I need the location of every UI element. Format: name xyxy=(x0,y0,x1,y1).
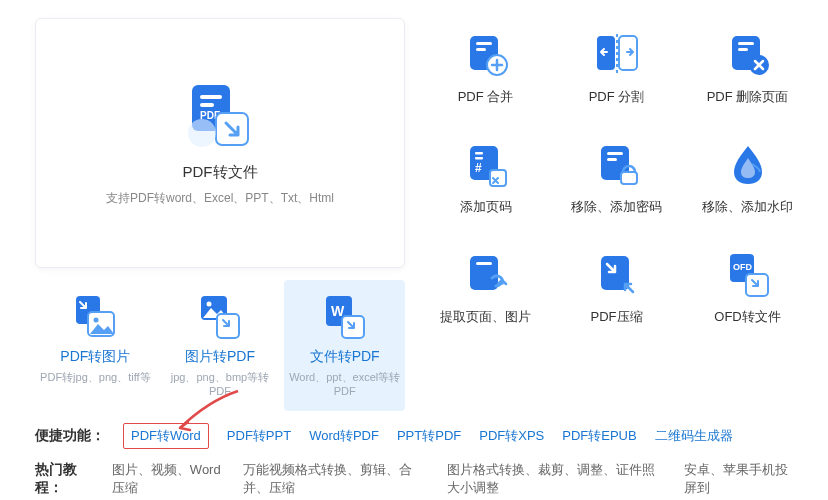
hot-link-1[interactable]: 万能视频格式转换、剪辑、合并、压缩 xyxy=(243,461,429,497)
svg-rect-31 xyxy=(607,152,623,155)
sub-title-1: 图片转PDF xyxy=(164,348,277,366)
svg-rect-34 xyxy=(470,256,498,290)
quick-link-pdf-to-epub[interactable]: PDF转EPUB xyxy=(562,427,636,445)
pdf-merge-icon xyxy=(462,30,510,78)
grid-label-6: 提取页面、图片 xyxy=(429,308,542,326)
svg-rect-16 xyxy=(476,42,492,45)
sub-title-0: PDF转图片 xyxy=(39,348,152,366)
hot-tutorials-row: 热门教程： 图片、视频、Word压缩 万能视频格式转换、剪辑、合并、压缩 图片格… xyxy=(35,461,793,497)
quick-link-ppt-to-pdf[interactable]: PPT转PDF xyxy=(397,427,461,445)
pdf-merge-card[interactable]: PDF 合并 xyxy=(425,18,546,118)
quick-link-pdf-to-xps[interactable]: PDF转XPS xyxy=(479,427,544,445)
hot-link-2[interactable]: 图片格式转换、裁剪、调整、证件照大小调整 xyxy=(447,461,666,497)
file-to-pdf-card[interactable]: W 文件转PDF Word、ppt、excel等转PDF xyxy=(284,280,405,411)
quick-link-word-to-pdf[interactable]: Word转PDF xyxy=(309,427,379,445)
svg-point-10 xyxy=(207,302,212,307)
grid-label-4: 移除、添加密码 xyxy=(560,198,673,216)
svg-point-8 xyxy=(94,318,99,323)
grid-label-3: 添加页码 xyxy=(429,198,542,216)
pdf-password-icon xyxy=(593,140,641,188)
svg-rect-23 xyxy=(738,48,748,51)
svg-text:OFD: OFD xyxy=(733,262,752,272)
pdf-split-icon xyxy=(593,30,641,78)
image-to-pdf-card[interactable]: 图片转PDF jpg、png、bmp等转PDF xyxy=(160,280,281,411)
quick-functions-row: 便捷功能： PDF转Word PDF转PPT Word转PDF PPT转PDF … xyxy=(35,423,793,449)
grid-label-2: PDF 删除页面 xyxy=(691,88,804,106)
pdf-to-image-card[interactable]: PDF转图片 PDF转jpg、png、tiff等 xyxy=(35,280,156,411)
pdf-watermark-icon xyxy=(724,140,772,188)
pdf-password-card[interactable]: 移除、添加密码 xyxy=(556,128,677,228)
svg-rect-33 xyxy=(621,172,637,184)
quick-link-qrcode[interactable]: 二维码生成器 xyxy=(655,427,733,445)
hero-title: PDF转文件 xyxy=(183,163,258,182)
pdf-extract-card[interactable]: 提取页面、图片 xyxy=(425,238,546,338)
sub-desc-0: PDF转jpg、png、tiff等 xyxy=(39,370,152,385)
sub-desc-2: Word、ppt、excel等转PDF xyxy=(288,370,401,397)
quick-link-pdf-to-ppt[interactable]: PDF转PPT xyxy=(227,427,291,445)
svg-rect-27 xyxy=(475,157,483,160)
file-to-pdf-icon: W xyxy=(322,294,368,340)
svg-text:#: # xyxy=(475,161,482,175)
pdf-to-file-card[interactable]: PDF PDF转文件 支持PDF转word、Excel、PPT、Txt、Html xyxy=(35,18,405,268)
ofd-convert-card[interactable]: OFD OFD转文件 xyxy=(687,238,808,338)
svg-rect-2 xyxy=(200,103,214,107)
grid-label-8: OFD转文件 xyxy=(691,308,804,326)
ofd-convert-icon: OFD xyxy=(724,250,772,298)
add-page-numbers-card[interactable]: # 添加页码 xyxy=(425,128,546,228)
pdf-compress-icon xyxy=(593,250,641,298)
hot-link-3[interactable]: 安卓、苹果手机投屏到 xyxy=(684,461,793,497)
grid-label-1: PDF 分割 xyxy=(560,88,673,106)
pdf-split-card[interactable]: PDF 分割 xyxy=(556,18,677,118)
image-to-pdf-icon xyxy=(197,294,243,340)
grid-label-5: 移除、添加水印 xyxy=(691,198,804,216)
svg-rect-22 xyxy=(738,42,754,45)
svg-rect-35 xyxy=(476,262,492,265)
hero-subtitle: 支持PDF转word、Excel、PPT、Txt、Html xyxy=(106,190,334,207)
sub-title-2: 文件转PDF xyxy=(288,348,401,366)
svg-rect-32 xyxy=(607,158,617,161)
pdf-compress-card[interactable]: PDF压缩 xyxy=(556,238,677,338)
sub-desc-1: jpg、png、bmp等转PDF xyxy=(164,370,277,397)
pdf-extract-icon xyxy=(462,250,510,298)
hot-label: 热门教程： xyxy=(35,461,94,497)
quick-label: 便捷功能： xyxy=(35,427,105,445)
add-page-numbers-icon: # xyxy=(462,140,510,188)
svg-point-5 xyxy=(188,119,216,147)
pdf-to-file-icon: PDF xyxy=(184,79,256,151)
grid-label-7: PDF压缩 xyxy=(560,308,673,326)
svg-rect-1 xyxy=(200,95,222,99)
pdf-delete-pages-icon xyxy=(724,30,772,78)
pdf-to-image-icon xyxy=(72,294,118,340)
pdf-delete-pages-card[interactable]: PDF 删除页面 xyxy=(687,18,808,118)
hot-link-0[interactable]: 图片、视频、Word压缩 xyxy=(112,461,225,497)
pdf-watermark-card[interactable]: 移除、添加水印 xyxy=(687,128,808,228)
svg-rect-26 xyxy=(475,152,483,155)
quick-link-pdf-to-word[interactable]: PDF转Word xyxy=(123,423,209,449)
grid-label-0: PDF 合并 xyxy=(429,88,542,106)
svg-rect-17 xyxy=(476,48,486,51)
